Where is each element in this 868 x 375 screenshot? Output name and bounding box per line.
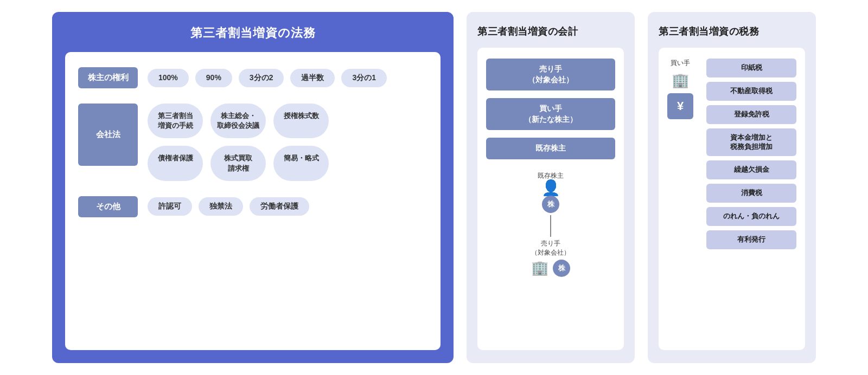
pill-100: 100% bbox=[148, 69, 189, 87]
right-panel: 第三者割当増資の税務 買い手 🏢 ¥ 印紙税 不動産取得税 登録免許税 資本金増… bbox=[648, 12, 816, 363]
left-panel-title: 第三者割当増資の法務 bbox=[190, 25, 316, 41]
right-inner: 買い手 🏢 ¥ 印紙税 不動産取得税 登録免許税 資本金増加と税務負担増加 繰越… bbox=[659, 48, 805, 350]
pill-labor: 労働者保護 bbox=[250, 197, 309, 216]
mid-box-seller: 売り手（対象会社） bbox=[486, 59, 615, 90]
left-inner: 株主の権利 100% 90% 3分の2 過半数 3分の1 会社法 第三者割当増資… bbox=[65, 52, 441, 350]
pill-90: 90% bbox=[195, 69, 232, 87]
tax-item-favorable: 有利発行 bbox=[706, 230, 796, 249]
pills-shareholders: 100% 90% 3分の2 過半数 3分の1 bbox=[148, 69, 387, 87]
kabu-badge-2: 株 bbox=[553, 260, 570, 277]
mid-panel-title: 第三者割当増資の会計 bbox=[477, 25, 578, 38]
tax-item-stamp: 印紙税 bbox=[706, 59, 796, 77]
subgrid-company-law: 第三者割当増資の手続 株主総会・取締役会決議 授権株式数 債権者保護 株式買取請… bbox=[148, 104, 329, 181]
tax-item-registration: 登録免許税 bbox=[706, 105, 796, 124]
building-icon: 🏢 bbox=[531, 260, 548, 276]
row-other: その他 許認可 独禁法 労働者保護 bbox=[78, 196, 427, 217]
diagram-line bbox=[550, 215, 551, 237]
mid-panel: 第三者割当増資の会計 売り手（対象会社） 買い手（新たな株主） 既存株主 既存株… bbox=[467, 12, 635, 363]
pill-1-3: 3分の1 bbox=[341, 69, 387, 87]
pill-procedure: 第三者割当増資の手続 bbox=[148, 104, 203, 138]
pill-authorized-shares: 授権株式数 bbox=[273, 104, 329, 138]
pill-antimonopoly: 独禁法 bbox=[199, 197, 243, 216]
mid-box-buyer: 買い手（新たな株主） bbox=[486, 98, 615, 130]
label-shareholders-rights: 株主の権利 bbox=[78, 67, 138, 88]
person-icon: 👤 bbox=[541, 180, 560, 196]
tax-item-consumption: 消費税 bbox=[706, 184, 796, 203]
label-seller-bottom: 売り手（対象会社） bbox=[531, 239, 570, 257]
kabu-badge: 株 bbox=[542, 196, 559, 213]
yen-box: ¥ bbox=[667, 93, 693, 119]
pill-share-buyback: 株式買取請求権 bbox=[210, 146, 266, 180]
diagram: 既存株主 👤 株 売り手（対象会社） 🏢 株 bbox=[486, 171, 615, 339]
row-shareholders-rights: 株主の権利 100% 90% 3分の2 過半数 3分の1 bbox=[78, 67, 427, 88]
right-col-right: 印紙税 不動産取得税 登録免許税 資本金増加と税務負担増加 繰越欠損金 消費税 … bbox=[706, 59, 796, 339]
tax-item-realestate: 不動産取得税 bbox=[706, 82, 796, 101]
pill-majority: 過半数 bbox=[290, 69, 335, 87]
diagram-existing-shareholder: 既存株主 👤 株 bbox=[538, 171, 564, 213]
right-panel-title: 第三者割当増資の税務 bbox=[659, 25, 759, 38]
pill-approval: 許認可 bbox=[148, 197, 192, 216]
pill-simplified: 簡易・略式 bbox=[273, 146, 329, 180]
diagram-bottom: 🏢 株 bbox=[531, 260, 570, 277]
right-col-left: 買い手 🏢 ¥ bbox=[667, 59, 693, 339]
pill-creditor-protection: 債権者保護 bbox=[148, 146, 203, 180]
tax-item-carryforward: 繰越欠損金 bbox=[706, 160, 796, 179]
row-company-law: 会社法 第三者割当増資の手続 株主総会・取締役会決議 授権株式数 債権者保護 株… bbox=[78, 104, 427, 181]
label-company-law: 会社法 bbox=[78, 104, 138, 166]
pill-2-3: 3分の2 bbox=[239, 69, 284, 87]
pill-shareholder-meeting: 株主総会・取締役会決議 bbox=[210, 104, 266, 138]
mid-inner: 売り手（対象会社） 買い手（新たな株主） 既存株主 既存株主 👤 株 売り手（対… bbox=[477, 48, 624, 350]
right-building-icon: 🏢 bbox=[672, 72, 689, 89]
pills-other: 許認可 独禁法 労働者保護 bbox=[148, 197, 309, 216]
tax-item-capital: 資本金増加と税務負担増加 bbox=[706, 128, 796, 157]
mid-box-existing: 既存株主 bbox=[486, 138, 615, 159]
tax-item-goodwill: のれん・負のれん bbox=[706, 207, 796, 226]
buyer-label: 買い手 bbox=[671, 59, 690, 68]
left-panel: 第三者割当増資の法務 株主の権利 100% 90% 3分の2 過半数 3分の1 … bbox=[52, 12, 454, 363]
label-other: その他 bbox=[78, 196, 138, 217]
